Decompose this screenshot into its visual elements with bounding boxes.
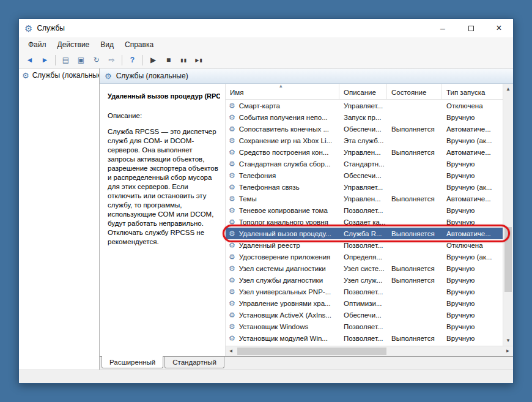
service-row[interactable]: ⚙ Установщик Windows Позволяет... Вручну… <box>226 321 503 332</box>
horizontal-scroll-thumb[interactable] <box>237 348 386 355</box>
service-description: Управляет... <box>339 184 387 191</box>
pane-body: Удаленный вызов процедур (RPC) Описание:… <box>100 84 513 356</box>
window-title: Службы <box>37 24 64 32</box>
service-gear-icon: ⚙ <box>229 160 235 168</box>
service-startup: Вручную <box>442 288 503 296</box>
service-name: Установщик Windows <box>239 323 308 330</box>
snapin-header-icon: ⚙ <box>105 72 112 80</box>
service-row[interactable]: ⚙ Сохранение игр на Xbox Li... Эта служб… <box>226 135 503 146</box>
service-row[interactable]: ⚙ Удостоверение приложения Определя... В… <box>226 251 503 262</box>
scroll-up-icon[interactable]: ▲ <box>503 84 513 94</box>
service-status: Выполняется <box>387 149 442 156</box>
service-name: Узел универсальных PNP-... <box>239 288 331 296</box>
service-row[interactable]: ⚙ Узел системы диагностики Узел систе...… <box>226 262 503 274</box>
service-row[interactable]: ⚙ События получения непо... Запуск пр...… <box>226 111 503 123</box>
start-service-icon[interactable]: ▶ <box>146 53 160 67</box>
service-gear-icon: ⚙ <box>229 125 235 133</box>
vertical-scroll-track[interactable] <box>503 94 513 335</box>
scroll-left-icon[interactable]: ◄ <box>226 346 236 356</box>
service-gear-icon: ⚙ <box>229 311 235 319</box>
export-list-icon[interactable]: ⇨ <box>105 53 119 67</box>
horizontal-scroll-track[interactable] <box>236 346 503 356</box>
minimize-button[interactable]: – <box>429 19 457 37</box>
service-gear-icon: ⚙ <box>229 149 235 156</box>
column-header-description[interactable]: Описание <box>339 84 387 99</box>
maximize-icon <box>468 26 474 31</box>
scroll-down-icon[interactable]: ▼ <box>503 335 513 346</box>
service-gear-icon: ⚙ <box>229 184 235 191</box>
service-gear-icon: ⚙ <box>229 277 235 284</box>
service-description: Управлен... <box>339 149 387 156</box>
maximize-button[interactable] <box>457 19 485 37</box>
service-row[interactable]: ⚙ Узел службы диагностики Узел служ... В… <box>226 274 503 286</box>
column-header-status[interactable]: Состояние <box>387 84 442 99</box>
pause-service-icon[interactable]: ▮▮ <box>177 53 191 67</box>
menu-action[interactable]: Действие <box>52 37 95 52</box>
service-startup: Вручную <box>442 300 503 307</box>
service-row[interactable]: ⚙ Смарт-карта Управляет... Отключена <box>226 100 503 111</box>
column-header-startup-type[interactable]: Тип запуска <box>442 84 503 99</box>
service-startup: Вручную (ак... <box>442 184 503 191</box>
service-description: Управляет... <box>339 102 387 110</box>
service-description: Обеспечи... <box>339 311 387 319</box>
services-window: ⚙ Службы – × Файл Действие Вид Справка ◄… <box>18 18 514 384</box>
close-button[interactable]: × <box>485 19 513 37</box>
service-row[interactable]: ⚙ Тополог канального уровня Создает ка..… <box>226 216 503 228</box>
tab-standard[interactable]: Стандартный <box>164 357 224 368</box>
service-description: Узел систе... <box>339 265 387 272</box>
menu-view[interactable]: Вид <box>95 37 119 52</box>
service-row[interactable]: ⚙ Телефония Обеспечи... Вручную <box>226 169 503 181</box>
tab-extended[interactable]: Расширенный <box>102 356 163 368</box>
refresh-icon[interactable]: ↻ <box>89 53 103 67</box>
forward-icon[interactable]: ► <box>38 53 52 67</box>
service-row[interactable]: ⚙ Удаленный реестр Позволяет... Отключен… <box>226 239 503 251</box>
service-row[interactable]: ⚙ Стандартная служба сбор... Стандартн..… <box>226 158 503 169</box>
service-gear-icon: ⚙ <box>229 102 235 110</box>
menu-file[interactable]: Файл <box>23 37 52 52</box>
back-icon[interactable]: ◄ <box>23 53 37 67</box>
service-gear-icon: ⚙ <box>229 207 235 214</box>
stop-service-icon[interactable]: ■ <box>161 53 175 67</box>
service-row[interactable]: ⚙ Управление уровнями хра... Оптимизи...… <box>226 297 503 309</box>
service-row[interactable]: ⚙ Теневое копирование тома Позволяет... … <box>226 204 503 216</box>
scroll-right-icon[interactable]: ► <box>503 346 513 356</box>
column-header-name[interactable]: Имя ▴ <box>226 84 339 99</box>
service-row[interactable]: ⚙ Телефонная связь Управляет... Вручную … <box>226 181 503 193</box>
service-name: Удаленный вызов процеду... <box>239 230 331 237</box>
service-row[interactable]: ⚙ Установщик модулей Win... Позволяет...… <box>226 332 503 344</box>
menu-help[interactable]: Справка <box>119 37 159 52</box>
service-startup: Автоматиче... <box>442 149 503 156</box>
horizontal-scrollbar[interactable]: ◄ ► <box>226 346 513 356</box>
vertical-scrollbar[interactable]: ▲ ▼ <box>503 84 513 346</box>
service-row[interactable]: ⚙ Установщик ActiveX (AxIns... Обеспечи.… <box>226 309 503 321</box>
service-gear-icon: ⚙ <box>229 300 235 307</box>
service-startup: Вручную <box>442 172 503 179</box>
console-content: ⚙ Службы (локальные) ⚙ Службы (локальные… <box>19 69 513 370</box>
service-name: Темы <box>239 195 257 203</box>
service-row[interactable]: ⚙ Сопоставитель конечных ... Обеспечи...… <box>226 123 503 135</box>
service-gear-icon: ⚙ <box>229 195 235 203</box>
service-startup: Автоматиче... <box>442 230 503 237</box>
statusbar <box>19 370 513 383</box>
tree-item-services[interactable]: ⚙ Службы (локальные) <box>19 69 99 82</box>
services-table-body: ⚙ Смарт-карта Управляет... Отключена ⚙ С… <box>226 100 503 346</box>
properties-window-icon[interactable]: ▣ <box>74 53 88 67</box>
help-icon[interactable]: ? <box>125 53 139 67</box>
titlebar[interactable]: ⚙ Службы – × <box>19 19 513 37</box>
service-gear-icon: ⚙ <box>229 242 235 249</box>
service-description: Стандартн... <box>339 160 387 168</box>
service-description: Обеспечи... <box>339 172 387 179</box>
service-row[interactable]: ⚙ Удаленный вызов процеду... Служба R...… <box>226 228 503 239</box>
service-row[interactable]: ⚙ Узел универсальных PNP-... Позволяет..… <box>226 286 503 297</box>
service-description: Позволяет... <box>339 335 387 342</box>
show-console-tree-icon[interactable]: ▤ <box>59 53 73 67</box>
service-gear-icon: ⚙ <box>229 253 235 261</box>
service-row[interactable]: ⚙ Средство построения кон... Управлен...… <box>226 146 503 158</box>
column-header-name-label: Имя <box>230 89 243 96</box>
vertical-scroll-thumb[interactable] <box>504 227 512 292</box>
service-startup: Вручную <box>442 265 503 272</box>
service-startup: Автоматиче... <box>442 125 503 133</box>
service-row[interactable]: ⚙ Темы Управлен... Выполняется Автоматич… <box>226 193 503 204</box>
restart-service-icon[interactable]: ▶▮ <box>192 53 206 67</box>
service-name: Сохранение игр на Xbox Li... <box>239 137 332 144</box>
